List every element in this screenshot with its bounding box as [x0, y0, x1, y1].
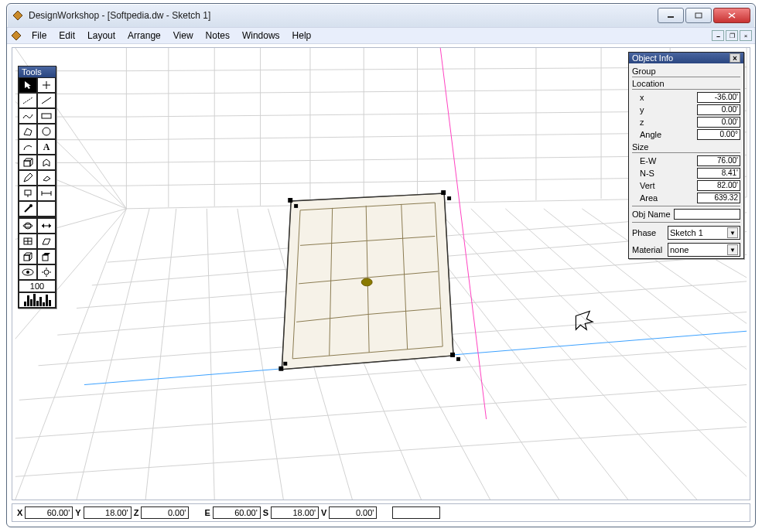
cursor-3d	[576, 312, 593, 330]
svg-marker-105	[42, 223, 44, 228]
tools-panel[interactable]: Tools A	[18, 66, 56, 309]
size-area-value[interactable]: 639.32	[697, 193, 740, 203]
tool-paint[interactable]	[19, 186, 37, 201]
tool-line[interactable]	[37, 93, 56, 108]
svg-line-23	[15, 385, 747, 438]
material-select[interactable]: none▼	[668, 243, 740, 257]
loc-y-label: y	[632, 105, 697, 114]
menu-notes[interactable]: Notes	[200, 29, 236, 43]
svg-point-101	[29, 204, 32, 207]
status-v-value[interactable]: 0.00'	[329, 506, 377, 519]
size-vert-label: Vert	[632, 181, 697, 190]
location-label: Location	[632, 79, 740, 90]
menu-view[interactable]: View	[167, 29, 200, 43]
tool-measure[interactable]	[37, 186, 56, 201]
window-title: DesignWorkshop - [Softpedia.dw - Sketch …	[29, 10, 656, 21]
svg-line-10	[237, 209, 283, 500]
tool-sun[interactable]	[37, 264, 56, 280]
loc-x-value[interactable]: -36.00'	[697, 92, 740, 103]
size-label: Size	[632, 142, 740, 153]
menu-edit[interactable]: Edit	[53, 29, 81, 43]
status-x-value[interactable]: 60.00'	[25, 506, 73, 519]
tool-eyedropper[interactable]	[19, 201, 37, 217]
svg-line-7	[77, 209, 149, 500]
object-info-panel[interactable]: Object Info × Group Location x-36.00' y0…	[628, 52, 744, 259]
menu-layout[interactable]: Layout	[81, 29, 121, 43]
loc-y-value[interactable]: 0.00'	[697, 104, 740, 115]
tool-view-top[interactable]	[19, 234, 37, 249]
loc-angle-value[interactable]: 0.00°	[697, 129, 740, 140]
svg-marker-112	[24, 253, 32, 255]
close-button[interactable]	[713, 8, 750, 23]
application-window: DesignWorkshop - [Softpedia.dw - Sketch …	[6, 3, 756, 527]
svg-marker-92	[43, 159, 50, 166]
status-s-value[interactable]: 18.00'	[271, 506, 319, 519]
tool-selection[interactable]	[19, 77, 37, 93]
tool-blank[interactable]	[37, 201, 56, 217]
tool-pan[interactable]	[37, 218, 56, 234]
objname-value[interactable]	[674, 209, 740, 220]
status-z-value[interactable]: 0.00'	[141, 506, 189, 519]
tools-title: Tools	[19, 66, 56, 77]
tool-line-dashed[interactable]	[19, 93, 37, 108]
status-y-value[interactable]: 18.00'	[84, 506, 132, 519]
size-area-label: Area	[632, 193, 697, 203]
size-vert-value[interactable]: 82.00'	[697, 180, 740, 191]
svg-rect-78	[294, 204, 298, 208]
titlebar[interactable]: DesignWorkshop - [Softpedia.dw - Sketch …	[7, 4, 755, 27]
selected-object	[282, 193, 453, 370]
tool-cube-solid[interactable]	[37, 249, 56, 264]
tool-cube-wire[interactable]	[19, 249, 37, 264]
tool-extrude[interactable]	[37, 155, 56, 170]
status-e-value[interactable]: 60.00'	[213, 506, 261, 519]
menu-file[interactable]: File	[26, 29, 53, 43]
tool-polygon[interactable]	[19, 124, 37, 139]
svg-rect-77	[283, 362, 287, 366]
svg-point-119	[26, 271, 29, 274]
svg-marker-0	[13, 11, 22, 20]
tool-rectangle[interactable]	[37, 108, 56, 124]
svg-marker-87	[24, 128, 32, 135]
tool-freehand[interactable]	[19, 108, 37, 124]
tool-box[interactable]	[19, 155, 37, 170]
minimize-button[interactable]	[658, 8, 684, 23]
tool-arc[interactable]	[19, 139, 37, 155]
group-label: Group	[632, 66, 740, 77]
mdi-restore-button[interactable]: ❐	[726, 30, 738, 41]
tool-orbit[interactable]	[19, 218, 37, 234]
zoom-value[interactable]: 100	[19, 280, 56, 292]
tool-skyline[interactable]	[19, 292, 56, 308]
svg-marker-5	[12, 31, 21, 40]
tool-pencil[interactable]	[19, 170, 37, 186]
tool-view-persp[interactable]	[37, 234, 56, 249]
menu-arrange[interactable]: Arrange	[121, 29, 167, 43]
tool-circle[interactable]	[37, 124, 56, 139]
svg-rect-75	[450, 353, 455, 357]
loc-angle-label: Angle	[632, 130, 697, 139]
phase-label: Phase	[632, 228, 668, 237]
menu-help[interactable]: Help	[286, 29, 318, 43]
svg-rect-95	[25, 190, 31, 195]
size-ns-value[interactable]: 8.41'	[697, 168, 740, 179]
objname-label: Obj Name	[632, 210, 671, 219]
phase-select[interactable]: Sketch 1▼	[668, 226, 740, 240]
tool-crosshair[interactable]	[37, 77, 56, 93]
svg-marker-106	[49, 223, 51, 228]
statusbar: X 60.00' Y 18.00' Z 0.00' E 60.00' S 18.…	[12, 503, 750, 522]
svg-line-8	[145, 209, 176, 500]
mdi-minimize-button[interactable]: ‒	[712, 30, 724, 41]
svg-rect-2	[695, 13, 702, 18]
loc-x-label: x	[632, 93, 697, 102]
mdi-close-button[interactable]: ×	[740, 30, 752, 41]
tool-eye[interactable]	[19, 264, 37, 280]
chevron-down-icon: ▼	[727, 244, 738, 255]
object-info-close-button[interactable]: ×	[730, 53, 740, 63]
size-ew-value[interactable]: 76.00'	[697, 155, 740, 166]
tool-text[interactable]: A	[37, 139, 56, 155]
loc-z-label: z	[632, 118, 697, 127]
menu-windows[interactable]: Windows	[236, 29, 286, 43]
size-ew-label: E-W	[632, 156, 697, 165]
tool-eraser[interactable]	[37, 170, 56, 186]
loc-z-value[interactable]: 0.00'	[697, 117, 740, 128]
maximize-button[interactable]	[685, 8, 712, 23]
